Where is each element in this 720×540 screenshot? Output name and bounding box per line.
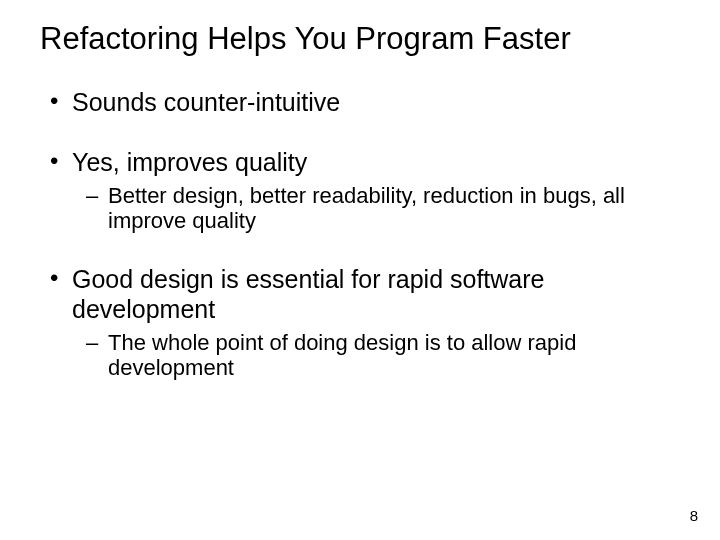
slide-container: Refactoring Helps You Program Faster Sou…: [0, 0, 720, 540]
slide-content: Sounds counter-intuitive Yes, improves q…: [40, 87, 680, 380]
bullet-item: Yes, improves quality: [44, 147, 680, 177]
bullet-item: Good design is essential for rapid softw…: [44, 264, 680, 324]
bullet-subitem: Better design, better readability, reduc…: [44, 183, 680, 234]
bullet-subitem: The whole point of doing design is to al…: [44, 330, 680, 381]
bullet-item: Sounds counter-intuitive: [44, 87, 680, 117]
page-number: 8: [690, 507, 698, 524]
slide-title: Refactoring Helps You Program Faster: [40, 20, 680, 57]
